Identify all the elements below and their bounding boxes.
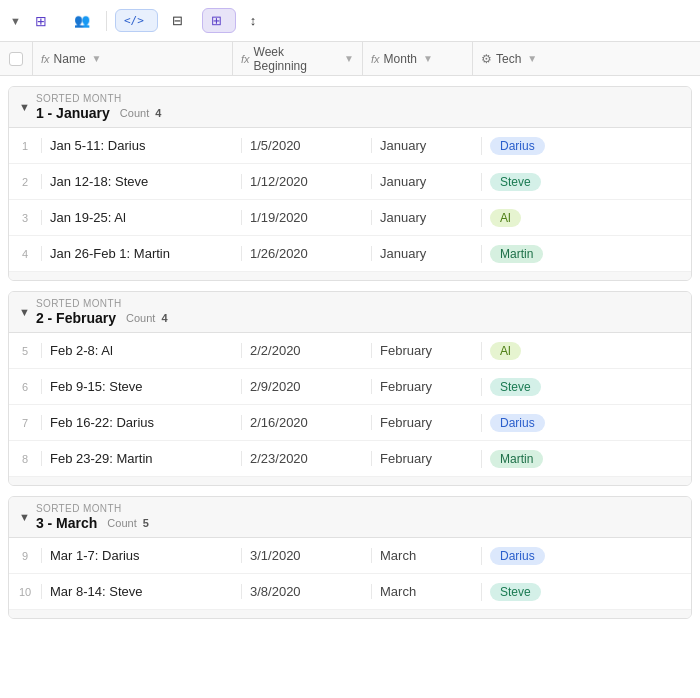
group-count-label-1: Count: [126, 312, 155, 324]
group-header-inner-2: SORTED MONTH 3 - March Count 5: [36, 503, 149, 531]
sort-tech-icon: ▼: [527, 53, 537, 64]
group-header-1: ▼ SORTED MONTH 2 - February Count 4: [9, 292, 691, 333]
people-button[interactable]: 👥: [66, 9, 98, 32]
dropdown-arrow-icon[interactable]: ▼: [10, 15, 21, 27]
row-number: 10: [9, 586, 41, 598]
group-footer-1: [9, 477, 691, 485]
group-meta-1: SORTED MONTH: [36, 298, 168, 309]
tech-badge: Darius: [490, 547, 545, 565]
col-week-label: Week Beginning: [254, 45, 339, 73]
row-name-cell: Jan 12-18: Steve: [41, 174, 241, 189]
row-name-cell: Mar 1-7: Darius: [41, 548, 241, 563]
group-chevron-1[interactable]: ▼: [19, 306, 30, 318]
row-name-cell: Feb 2-8: Al: [41, 343, 241, 358]
group-footer-0: [9, 272, 691, 280]
filter-button[interactable]: ⊟: [164, 9, 196, 32]
col-month-label: Month: [384, 52, 417, 66]
group-title-row-0: 1 - January Count 4: [36, 105, 161, 121]
group-chevron-0[interactable]: ▼: [19, 101, 30, 113]
toolbar: ▼ ⊞ 👥 </> ⊟ ⊞ ↕: [0, 0, 700, 42]
group-title-row-1: 2 - February Count 4: [36, 310, 168, 326]
row-week-cell: 3/1/2020: [241, 548, 371, 563]
row-number: 6: [9, 381, 41, 393]
tech-badge: Steve: [490, 378, 541, 396]
row-month-cell: February: [371, 343, 481, 358]
col-header-month[interactable]: fx Month ▼: [362, 42, 472, 75]
sort-month-icon: ▼: [423, 53, 433, 64]
row-tech-cell: Al: [481, 209, 691, 227]
col-header-week[interactable]: fx Week Beginning ▼: [232, 42, 362, 75]
row-tech-cell: Martin: [481, 450, 691, 468]
column-headers: fx Name ▼ fx Week Beginning ▼ fx Month ▼…: [0, 42, 700, 76]
row-number: 2: [9, 176, 41, 188]
row-name-cell: Mar 8-14: Steve: [41, 584, 241, 599]
grouped-button[interactable]: ⊞: [202, 8, 236, 33]
table-row[interactable]: 7 Feb 16-22: Darius 2/16/2020 February D…: [9, 405, 691, 441]
row-name-cell: Feb 16-22: Darius: [41, 415, 241, 430]
tech-badge: Al: [490, 209, 521, 227]
row-week-cell: 2/23/2020: [241, 451, 371, 466]
tech-badge: Steve: [490, 173, 541, 191]
checkbox-box[interactable]: [9, 52, 23, 66]
col-header-name[interactable]: fx Name ▼: [32, 42, 232, 75]
group-count-value-0: 4: [155, 107, 161, 119]
row-month-cell: January: [371, 138, 481, 153]
table-row[interactable]: 6 Feb 9-15: Steve 2/9/2020 February Stev…: [9, 369, 691, 405]
table-row[interactable]: 9 Mar 1-7: Darius 3/1/2020 March Darius: [9, 538, 691, 574]
table-row[interactable]: 3 Jan 19-25: Al 1/19/2020 January Al: [9, 200, 691, 236]
table-row[interactable]: 4 Jan 26-Feb 1: Martin 1/26/2020 January…: [9, 236, 691, 272]
group-icon: ⊞: [211, 13, 222, 28]
group-footer-2: [9, 610, 691, 618]
tech-badge: Darius: [490, 414, 545, 432]
view-selector[interactable]: ⊞: [27, 9, 60, 33]
row-week-cell: 1/12/2020: [241, 174, 371, 189]
row-tech-cell: Martin: [481, 245, 691, 263]
row-name-cell: Feb 9-15: Steve: [41, 379, 241, 394]
row-name-cell: Jan 26-Feb 1: Martin: [41, 246, 241, 261]
row-month-cell: February: [371, 379, 481, 394]
group-count-label-2: Count: [107, 517, 136, 529]
hidden-fields-button[interactable]: </>: [115, 9, 158, 32]
tech-badge: Al: [490, 342, 521, 360]
group-header-2: ▼ SORTED MONTH 3 - March Count 5: [9, 497, 691, 538]
grid-icon: ⊞: [35, 13, 47, 29]
table-row[interactable]: 8 Feb 23-29: Martin 2/23/2020 February M…: [9, 441, 691, 477]
select-all-checkbox[interactable]: [0, 52, 32, 66]
row-week-cell: 1/5/2020: [241, 138, 371, 153]
row-number: 7: [9, 417, 41, 429]
row-month-cell: March: [371, 548, 481, 563]
group-count-value-2: 5: [143, 517, 149, 529]
sort-name-icon: ▼: [92, 53, 102, 64]
row-week-cell: 2/9/2020: [241, 379, 371, 394]
row-month-cell: January: [371, 246, 481, 261]
row-tech-cell: Darius: [481, 414, 691, 432]
row-month-cell: January: [371, 210, 481, 225]
table-row[interactable]: 10 Mar 8-14: Steve 3/8/2020 March Steve: [9, 574, 691, 610]
row-month-cell: January: [371, 174, 481, 189]
row-tech-cell: Al: [481, 342, 691, 360]
tech-badge: Darius: [490, 137, 545, 155]
group-count-value-1: 4: [161, 312, 167, 324]
row-week-cell: 1/26/2020: [241, 246, 371, 261]
row-week-cell: 1/19/2020: [241, 210, 371, 225]
row-month-cell: February: [371, 415, 481, 430]
sort-button[interactable]: ↕: [242, 9, 270, 32]
tech-badge: Martin: [490, 450, 543, 468]
table-row[interactable]: 2 Jan 12-18: Steve 1/12/2020 January Ste…: [9, 164, 691, 200]
group-section-1: ▼ SORTED MONTH 2 - February Count 4 5 Fe…: [8, 291, 692, 486]
row-week-cell: 3/8/2020: [241, 584, 371, 599]
row-tech-cell: Steve: [481, 583, 691, 601]
group-chevron-2[interactable]: ▼: [19, 511, 30, 523]
tech-badge: Martin: [490, 245, 543, 263]
group-header-0: ▼ SORTED MONTH 1 - January Count 4: [9, 87, 691, 128]
group-header-inner-0: SORTED MONTH 1 - January Count 4: [36, 93, 161, 121]
group-header-inner-1: SORTED MONTH 2 - February Count 4: [36, 298, 168, 326]
row-number: 1: [9, 140, 41, 152]
col-header-tech[interactable]: ⚙ Tech ▼: [472, 42, 700, 75]
row-week-cell: 2/2/2020: [241, 343, 371, 358]
group-title-row-2: 3 - March Count 5: [36, 515, 149, 531]
row-number: 8: [9, 453, 41, 465]
groups-container: ▼ SORTED MONTH 1 - January Count 4 1 Jan…: [0, 86, 700, 619]
table-row[interactable]: 1 Jan 5-11: Darius 1/5/2020 January Dari…: [9, 128, 691, 164]
table-row[interactable]: 5 Feb 2-8: Al 2/2/2020 February Al: [9, 333, 691, 369]
